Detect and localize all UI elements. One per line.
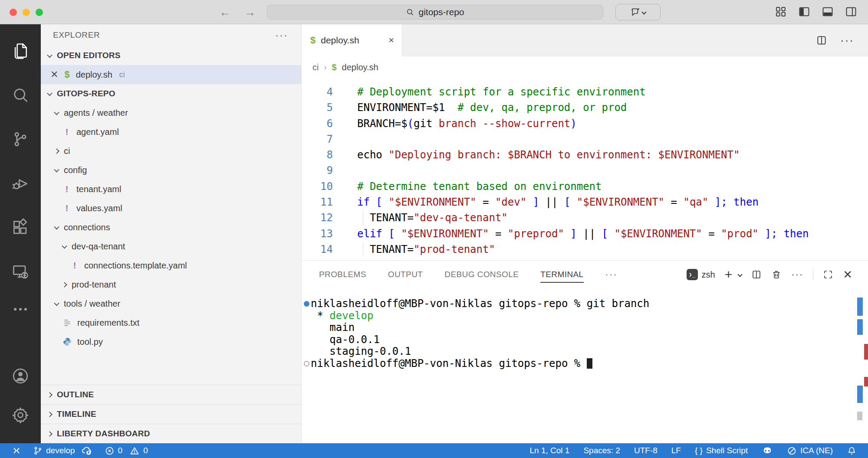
copilot-status[interactable] — [762, 445, 773, 456]
tree-item-agent.yaml[interactable]: !agent.yaml — [41, 122, 301, 141]
activity-item-run-debug[interactable] — [0, 161, 41, 206]
chevron-down-icon — [54, 167, 59, 172]
yaml-file-icon: ! — [62, 184, 71, 194]
split-editor-icon[interactable] — [816, 35, 827, 46]
tree-item-tool.py[interactable]: tool.py — [41, 332, 301, 351]
project-root-header[interactable]: GITOPS-REPO — [41, 84, 301, 103]
command-center-search[interactable]: gitops-repo — [267, 5, 603, 20]
more-icon — [11, 300, 30, 319]
minimize-window-button[interactable] — [23, 9, 30, 16]
toggle-secondary-sidebar-icon[interactable] — [845, 6, 858, 18]
indentation[interactable]: Spaces: 2 — [583, 446, 620, 455]
tree-item-tools-weather[interactable]: tools / weather — [41, 294, 301, 313]
zoom-window-button[interactable] — [36, 9, 43, 16]
yaml-file-icon: ! — [70, 260, 79, 271]
branch-indicator[interactable]: develop — [33, 445, 93, 456]
tree-item-values.yaml[interactable]: !values.yaml — [41, 199, 301, 218]
activity-item-more[interactable] — [0, 294, 41, 324]
editor-more-actions-icon[interactable]: ··· — [840, 34, 854, 47]
cursor-position[interactable]: Ln 1, Col 1 — [530, 446, 570, 455]
encoding[interactable]: UTF-8 — [634, 446, 658, 455]
explorer-more-actions-icon[interactable]: ··· — [275, 33, 288, 37]
section-outline[interactable]: OUTLINE — [41, 385, 301, 404]
panel-tab-debug-console[interactable]: DEBUG CONSOLE — [444, 261, 519, 288]
activity-item-settings[interactable] — [0, 396, 41, 435]
maximize-panel-icon[interactable] — [823, 269, 833, 280]
activity-item-source-control[interactable] — [0, 117, 41, 161]
settings-icon — [11, 406, 30, 425]
close-editor-icon[interactable]: ✕ — [50, 69, 58, 80]
close-window-button[interactable] — [10, 9, 17, 16]
eol-sequence[interactable]: LF — [671, 446, 681, 455]
terminal-dropdown-icon[interactable] — [738, 272, 743, 277]
panel-tab-output[interactable]: OUTPUT — [388, 261, 423, 288]
terminal-output[interactable]: niklasheidloff@MBP-von-Niklas gitops-rep… — [302, 288, 868, 443]
language-mode[interactable]: { } Shell Script — [695, 446, 748, 455]
editor-actions: ··· — [816, 24, 868, 56]
tree-item-dev-qa-tenant[interactable]: dev-qa-tenant — [41, 237, 301, 256]
tree-item-ci[interactable]: ci — [41, 141, 301, 160]
problems-indicator[interactable]: 0 0 — [105, 446, 148, 456]
tab-deploy-sh[interactable]: $ deploy.sh × — [302, 24, 402, 56]
section-liberty-dashboard[interactable]: LIBERTY DASHBOARD — [41, 424, 301, 443]
activity-item-remote-explorer[interactable] — [0, 250, 41, 294]
toggle-panel-icon[interactable] — [821, 6, 834, 18]
tree-item-agents-weather[interactable]: agents / weather — [41, 103, 301, 122]
terminal-shell-selector[interactable]: ❯_ zsh — [687, 269, 715, 280]
terminal-line-1: niklasheidloff@MBP-von-Niklas gitops-rep… — [302, 298, 868, 310]
customize-layout-icon[interactable] — [774, 6, 787, 18]
close-tab-icon[interactable]: × — [388, 35, 394, 46]
tree-item-tenant.yaml[interactable]: !tenant.yaml — [41, 180, 301, 199]
panel-tab-terminal[interactable]: TERMINAL — [540, 261, 583, 288]
explorer-icon — [11, 41, 30, 60]
code-editor[interactable]: 4# Deployment script for a specific envi… — [302, 78, 868, 260]
remote-indicator[interactable] — [11, 445, 22, 456]
explorer-sidebar: EXPLORER ··· OPEN EDITORS ✕ $ deploy.sh … — [41, 24, 302, 443]
tree-item-config[interactable]: config — [41, 160, 301, 180]
activity-item-search[interactable] — [0, 73, 41, 117]
braces-icon: { } — [695, 446, 703, 455]
chevron-right-icon — [62, 282, 67, 288]
yaml-file-icon: ! — [62, 203, 71, 213]
tree-item-label: tools / weather — [64, 299, 120, 309]
blocked-icon — [787, 446, 797, 456]
open-editors-header[interactable]: OPEN EDITORS — [41, 46, 301, 65]
section-timeline[interactable]: TIMELINE — [41, 404, 301, 424]
section-label: OUTLINE — [57, 390, 94, 399]
activity-item-extensions[interactable] — [0, 206, 41, 250]
open-editor-item-deploy-sh[interactable]: ✕ $ deploy.sh ci — [41, 65, 301, 84]
back-arrow-icon[interactable]: ← — [219, 6, 231, 19]
tree-item-connections.template.yaml[interactable]: !connections.template.yaml — [41, 256, 301, 275]
close-panel-icon[interactable]: ✕ — [843, 269, 852, 280]
ica-indicator[interactable]: ICA (NE) — [787, 446, 833, 456]
terminal-more-actions-icon[interactable]: ··· — [791, 269, 803, 280]
editor-tabbar: $ deploy.sh × ··· — [302, 24, 868, 56]
breadcrumb-file[interactable]: deploy.sh — [342, 62, 378, 72]
error-count: 0 — [118, 446, 123, 455]
tree-item-label: tool.py — [77, 337, 103, 347]
copilot-chat-button[interactable] — [615, 4, 661, 20]
forward-arrow-icon[interactable]: → — [244, 6, 256, 19]
panel-tab-problems[interactable]: PROBLEMS — [319, 261, 366, 288]
copilot-chat-icon — [630, 7, 641, 18]
activity-item-account[interactable] — [0, 357, 41, 396]
tree-item-label: config — [64, 165, 87, 175]
split-terminal-icon[interactable] — [751, 269, 762, 280]
line-number: 15 — [302, 257, 333, 260]
tree-item-connections[interactable]: connections — [41, 218, 301, 237]
overview-mark-gray — [857, 412, 862, 420]
toggle-primary-sidebar-icon[interactable] — [798, 6, 811, 18]
notifications[interactable] — [847, 446, 857, 456]
panel-more-tabs-icon[interactable]: ··· — [605, 269, 618, 280]
activity-item-explorer[interactable] — [0, 29, 41, 73]
overview-mark-blue — [857, 298, 863, 316]
terminal-line-4: qa-0.0.1 — [302, 334, 868, 346]
breadcrumb: ci › $ deploy.sh — [302, 56, 868, 78]
new-terminal-icon[interactable]: + — [725, 268, 733, 281]
source-control-icon — [11, 130, 30, 149]
tree-item-prod-tenant[interactable]: prod-tenant — [41, 275, 301, 294]
tree-item-requirements.txt[interactable]: requirements.txt — [41, 313, 301, 332]
kill-terminal-trash-icon[interactable] — [771, 269, 782, 280]
breadcrumb-folder[interactable]: ci — [312, 62, 319, 72]
chevron-right-icon — [54, 148, 59, 154]
